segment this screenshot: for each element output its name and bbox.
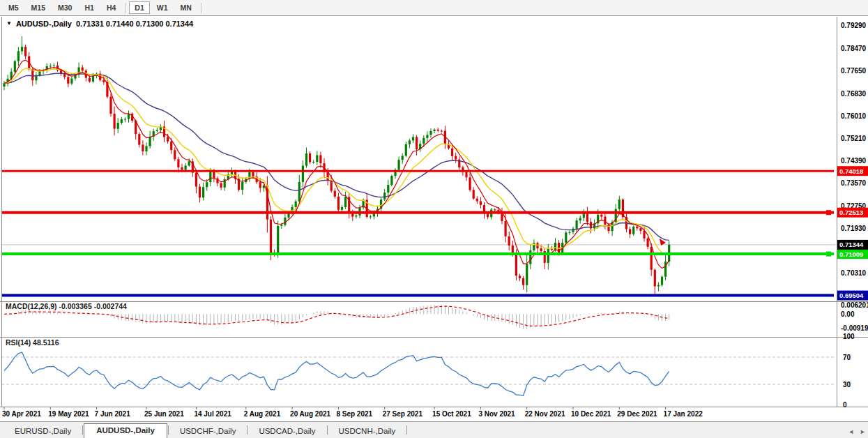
chart-svg[interactable]: 0.792900.784700.776500.768300.760100.752…	[0, 0, 868, 438]
svg-text:25 Jun 2021: 25 Jun 2021	[144, 410, 184, 418]
svg-text:-0.009197: -0.009197	[841, 324, 868, 332]
svg-text:30: 30	[843, 381, 851, 388]
svg-text:0.74390: 0.74390	[841, 157, 867, 165]
svg-text:20 Aug 2021: 20 Aug 2021	[290, 410, 330, 418]
timeframe-h1-button[interactable]: H1	[79, 1, 99, 14]
chart-title: ▼ AUDUSD-,Daily 0.71331 0.71440 0.71300 …	[6, 20, 193, 28]
tab-usdcad[interactable]: USDCAD-,Daily	[248, 425, 326, 438]
timeframe-m30-button[interactable]: M30	[52, 1, 77, 14]
svg-text:0.006201: 0.006201	[841, 301, 868, 309]
tab-eurusd[interactable]: EURUSD-,Daily	[4, 425, 82, 438]
svg-text:0: 0	[843, 401, 847, 409]
timeframe-buttons: M5M15M30H1H4D1W1MN	[2, 1, 204, 14]
svg-text:0.72513: 0.72513	[839, 209, 863, 216]
svg-text:10 Dec 2021: 10 Dec 2021	[571, 410, 611, 418]
svg-text:0.75210: 0.75210	[841, 135, 867, 142]
timeframe-mn-button[interactable]: MN	[175, 1, 197, 14]
svg-text:17 Jan 2022: 17 Jan 2022	[664, 410, 703, 418]
tabbar-scroll: ◄ ►	[848, 429, 866, 435]
timeframe-d1-button[interactable]: D1	[129, 1, 149, 14]
svg-text:14 Jul 2021: 14 Jul 2021	[194, 410, 231, 418]
svg-text:0.71344: 0.71344	[839, 241, 864, 248]
tab-usdchf[interactable]: USDCHF-,Daily	[169, 425, 247, 438]
svg-text:0.00: 0.00	[841, 310, 855, 318]
svg-text:8 Sep 2021: 8 Sep 2021	[336, 410, 372, 418]
svg-text:0.77650: 0.77650	[841, 67, 867, 75]
toolbar-separator	[201, 3, 201, 13]
svg-text:0.79290: 0.79290	[841, 22, 867, 29]
tab-separator	[406, 425, 407, 435]
tab-audusd[interactable]: AUDUSD-,Daily	[84, 423, 167, 438]
scroll-left-icon[interactable]: ◄	[848, 429, 854, 435]
chart-dropdown-icon[interactable]: ▼	[6, 21, 12, 27]
svg-text:19 May 2021: 19 May 2021	[48, 410, 89, 418]
toolbar-separator	[125, 3, 125, 13]
rsi-indicator-label: RSI(14) 48.5116	[6, 338, 59, 347]
tab-separator	[168, 425, 169, 435]
svg-text:2 Aug 2021: 2 Aug 2021	[244, 410, 281, 418]
timeframe-w1-button[interactable]: W1	[151, 1, 174, 14]
svg-text:27 Sep 2021: 27 Sep 2021	[383, 410, 423, 418]
chart-area[interactable]: 0.792900.784700.776500.768300.760100.752…	[0, 0, 868, 438]
svg-text:0.69504: 0.69504	[839, 292, 864, 299]
svg-text:15 Oct 2021: 15 Oct 2021	[432, 410, 471, 418]
svg-text:0.70310: 0.70310	[841, 269, 867, 277]
svg-text:22 Nov 2021: 22 Nov 2021	[525, 410, 565, 418]
svg-text:0.76830: 0.76830	[841, 90, 867, 98]
svg-text:100: 100	[843, 333, 855, 340]
tab-separator	[82, 425, 83, 435]
tab-separator	[327, 425, 328, 435]
svg-text:0.71930: 0.71930	[841, 225, 867, 232]
timeframe-toolbar: M5M15M30H1H4D1W1MN	[0, 0, 868, 16]
svg-text:70: 70	[843, 354, 851, 361]
tab-separator	[247, 425, 248, 435]
scroll-right-icon[interactable]: ►	[860, 429, 866, 435]
timeframe-h4-button[interactable]: H4	[101, 1, 121, 14]
svg-text:0.78470: 0.78470	[841, 45, 867, 52]
svg-text:0.71009: 0.71009	[839, 250, 863, 258]
timeframe-m15-button[interactable]: M15	[26, 1, 51, 14]
svg-text:3 Nov 2021: 3 Nov 2021	[478, 410, 515, 418]
chart-ohlc-values: 0.71331 0.71440 0.71300 0.71344	[76, 20, 193, 28]
tab-usdcnh[interactable]: USDCNH-,Daily	[328, 425, 406, 438]
svg-text:0.73570: 0.73570	[841, 179, 867, 187]
svg-text:29 Dec 2021: 29 Dec 2021	[617, 410, 657, 418]
chart-symbol-label: AUDUSD-,Daily	[16, 20, 72, 28]
symbol-tabbar: EURUSD-,DailyAUDUSD-,DailyUSDCHF-,DailyU…	[0, 421, 868, 438]
timeframe-m5-button[interactable]: M5	[3, 1, 24, 14]
svg-text:30 Apr 2021: 30 Apr 2021	[2, 410, 41, 418]
macd-indicator-label: MACD(12,26,9) -0.003365 -0.002744	[6, 302, 127, 310]
svg-text:7 Jun 2021: 7 Jun 2021	[95, 410, 131, 418]
svg-text:0.74018: 0.74018	[839, 167, 863, 175]
svg-text:0.76010: 0.76010	[841, 112, 867, 120]
